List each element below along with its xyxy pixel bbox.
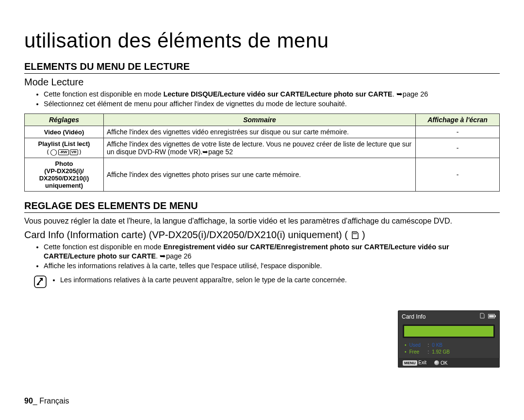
cardinfo-bullets: Cette fonction est disponible en mode En…	[24, 242, 500, 271]
card-info-heading-close: )	[362, 229, 365, 240]
note-icon	[34, 275, 47, 288]
osd-capacity-fill	[404, 326, 493, 337]
table-row: Playlist (List lect) (◯-RW VR) Affiche l…	[25, 138, 500, 158]
footer-language: Français	[37, 397, 69, 405]
osd-used-label: Used	[409, 342, 425, 349]
cardinfo-bullet-1: Cette fonction est disponible en mode En…	[44, 242, 500, 261]
page-number: 90	[24, 397, 33, 405]
osd-ok: OK	[434, 360, 447, 366]
table-row: Photo (VP-DX205(i)/ DX2050/DX210(i) uniq…	[25, 158, 500, 192]
osd-exit-label: Exit	[418, 360, 426, 365]
lecture-bullet-1-bold: Lecture DISQUE/Lecture vidéo sur CARTE/L…	[164, 90, 393, 98]
osd-used-value: 0 KB	[432, 342, 442, 349]
disc-format-icons: (◯-RW VR)	[47, 148, 82, 156]
cell-sommaire-playlist: Affiche l'index des vignettes de votre l…	[104, 138, 416, 158]
osd-free-label: Free	[409, 349, 425, 355]
osd-used-line: • Used : 0 KB	[405, 342, 493, 349]
dvd-rw-icon: -RW	[58, 149, 69, 155]
lecture-table: Réglages Sommaire Affichage à l'écran Vi…	[24, 113, 500, 192]
th-affichage: Affichage à l'écran	[416, 114, 500, 126]
cell-reglages-playlist: Playlist (List lect) (◯-RW VR)	[25, 138, 104, 158]
memory-card-icon	[351, 231, 360, 240]
lecture-bullet-1-post: . ➥page 26	[393, 90, 428, 98]
osd-battery-icon	[488, 313, 496, 320]
disc-icon: ◯	[50, 148, 57, 156]
osd-ok-label: OK	[441, 360, 447, 366]
lecture-bullet-1: Cette fonction est disponible en mode Le…	[44, 90, 500, 99]
vr-mode-icon: VR	[70, 149, 78, 155]
svg-rect-1	[37, 284, 39, 285]
subheading-card-info: Card Info (Information carte) (VP-DX205(…	[24, 229, 500, 241]
note-text: Les informations relatives à la carte pe…	[60, 275, 347, 285]
osd-free-value: 1.92 GB	[432, 349, 450, 355]
lecture-bullets: Cette fonction est disponible en mode Le…	[24, 90, 500, 109]
th-reglages: Réglages	[25, 114, 104, 126]
reglage-paragraph: Vous pouvez régler la date et l'heure, l…	[24, 216, 500, 226]
osd-menu-exit: MENU Exit	[403, 360, 426, 366]
svg-rect-3	[495, 315, 496, 317]
cell-affichage-photo: -	[416, 158, 500, 192]
cardinfo-bullet-1-pre: Cette fonction est disponible en mode	[44, 243, 164, 251]
osd-capacity-bar	[403, 324, 495, 338]
card-info-heading-text: Card Info (Information carte) (VP-DX205(…	[24, 229, 348, 240]
section-heading-lecture: ELEMENTS DU MENU DE LECTURE	[24, 61, 500, 74]
page-footer: 90_ Français	[24, 397, 69, 405]
lecture-bullet-2: Sélectionnez cet élément de menu pour af…	[44, 99, 500, 109]
osd-free-line: • Free : 1.92 GB	[405, 349, 493, 355]
footer-separator: _	[33, 397, 37, 405]
lecture-bullet-1-pre: Cette fonction est disponible en mode	[44, 90, 164, 98]
cell-reglages-video: Video (Vidéo)	[25, 126, 104, 138]
cell-affichage-video: -	[416, 126, 500, 138]
osd-ok-button[interactable]	[434, 360, 439, 365]
cell-sommaire-video: Affiche l'index des vignettes vidéo enre…	[104, 126, 416, 138]
cell-reglages-playlist-label: Playlist (List lect)	[38, 140, 90, 147]
th-sommaire: Sommaire	[104, 114, 416, 126]
cell-sommaire-photo: Affiche l'index des vignettes photo pris…	[104, 158, 416, 192]
subheading-mode-lecture: Mode Lecture	[24, 77, 500, 88]
cardinfo-bullet-1-post: . ➥page 26	[156, 252, 191, 260]
osd-title: Card Info	[402, 313, 426, 320]
cell-reglages-photo: Photo (VP-DX205(i)/ DX2050/DX210(i) uniq…	[25, 158, 104, 192]
section-heading-reglage: REGLAGE DES ELEMENTS DE MENU	[24, 200, 500, 213]
table-row: Video (Vidéo) Affiche l'index des vignet…	[25, 126, 500, 138]
page-title: utilisation des éléments de menu	[24, 29, 500, 52]
svg-rect-4	[489, 315, 494, 317]
note-block: Les informations relatives à la carte pe…	[34, 275, 500, 288]
cell-affichage-playlist: -	[416, 138, 500, 158]
osd-menu-button[interactable]: MENU	[403, 360, 417, 366]
cardinfo-bullet-2: Affiche les informations relatives à la …	[44, 261, 500, 271]
card-info-osd: Card Info • Used : 0 KB • Free	[398, 310, 500, 368]
osd-card-icon	[479, 313, 485, 320]
